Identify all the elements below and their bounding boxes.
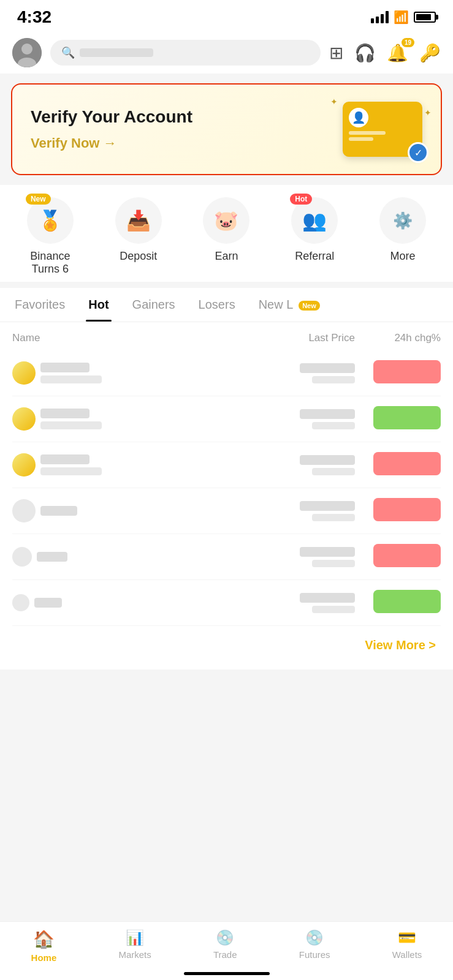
nav-futures[interactable]: 💿 Futures (299, 929, 330, 963)
nav-futures-label: Futures (299, 949, 330, 960)
svg-point-1 (21, 43, 32, 55)
verify-link[interactable]: Verify Now → (31, 135, 192, 151)
table-row[interactable] (12, 534, 441, 580)
coin-symbol-blurred (40, 467, 102, 475)
nav-trade[interactable]: 💿 Trade (213, 929, 237, 963)
tab-losers[interactable]: Losers (196, 288, 238, 322)
battery-icon (414, 12, 436, 23)
action-binance-turns-6[interactable]: New 🏅 BinanceTurns 6 (13, 197, 87, 276)
coin-change (355, 360, 441, 386)
coin-icon (12, 361, 36, 385)
change-badge-green (373, 590, 441, 613)
table-row[interactable] (12, 442, 441, 488)
tab-gainers[interactable]: Gainers (130, 288, 178, 322)
id-card: 👤 ✓ (343, 102, 422, 157)
action-icon-more: ⚙️ (379, 197, 426, 244)
avatar[interactable] (12, 38, 42, 67)
status-time: 4:32 (17, 7, 51, 27)
coin-icon (12, 407, 36, 431)
price-sub-blurred (312, 468, 355, 475)
coin-name-blurred (40, 363, 89, 372)
name-placeholder (12, 453, 184, 477)
coin-name (12, 499, 184, 522)
coin-price (184, 363, 356, 383)
nav-markets[interactable]: 📊 Markets (118, 929, 151, 963)
price-blurred (300, 547, 355, 557)
price-sub-blurred (312, 606, 355, 613)
verify-banner[interactable]: Verify Your Account Verify Now → ✦ 👤 ✓ ✦ (11, 83, 442, 175)
trade-icon: 💿 (216, 929, 234, 946)
tab-new-listings[interactable]: New L New (256, 288, 322, 322)
header-icons: ⊞ 🎧 🔔 19 🔑 (329, 43, 441, 63)
price-blurred (300, 409, 355, 419)
action-badge-hot: Hot (290, 194, 312, 205)
coin-name-blurred (34, 598, 62, 608)
settings-icon[interactable]: 🔑 (419, 43, 441, 63)
change-badge-green (373, 406, 441, 429)
action-icon-earn: 🐷 (203, 197, 249, 244)
verify-text: Verify Your Account Verify Now → (31, 107, 192, 151)
search-icon: 🔍 (61, 46, 75, 59)
price-blurred (300, 363, 355, 373)
sparkle-icon-1: ✦ (330, 97, 338, 107)
id-card-line-1 (349, 131, 386, 135)
name-placeholder (12, 407, 184, 431)
action-badge-new: New (26, 194, 51, 205)
name-placeholder (12, 594, 184, 611)
coin-symbol-blurred (40, 375, 102, 383)
home-indicator (184, 972, 270, 975)
table-header: Name Last Price 24h chg% (12, 322, 441, 350)
notification-icon[interactable]: 🔔 19 (387, 43, 408, 63)
tab-favorites[interactable]: Favorites (12, 288, 67, 322)
table-row[interactable] (12, 396, 441, 442)
id-card-line-2 (349, 137, 373, 141)
price-sub-blurred (312, 422, 355, 429)
price-sub-blurred (312, 514, 355, 521)
search-bar[interactable]: 🔍 (50, 40, 321, 66)
table-row[interactable] (12, 580, 441, 626)
nav-home[interactable]: 🏠 Home (31, 929, 57, 963)
verify-check-icon: ✓ (408, 142, 428, 163)
nav-wallets-label: Wallets (392, 949, 422, 960)
table-row[interactable] (12, 350, 441, 396)
coin-icon (12, 594, 29, 611)
coin-symbol-blurred (40, 421, 102, 429)
action-label-deposit: Deposit (120, 250, 157, 263)
action-earn[interactable]: 🐷 Earn (189, 197, 263, 263)
coin-change (355, 406, 441, 432)
action-label-more: More (390, 250, 416, 263)
coin-change (355, 452, 441, 478)
action-referral[interactable]: Hot 👥 Referral (278, 197, 351, 263)
coin-price (184, 409, 356, 429)
bottom-nav: 🏠 Home 📊 Markets 💿 Trade 💿 Futures 💳 Wal… (0, 921, 453, 980)
tab-hot[interactable]: Hot (86, 288, 111, 322)
nav-markets-label: Markets (118, 949, 151, 960)
price-blurred (300, 455, 355, 465)
notification-badge: 19 (402, 38, 414, 47)
table-row[interactable] (12, 488, 441, 534)
column-header-change: 24h chg% (355, 332, 441, 344)
coin-name-blurred (40, 506, 77, 516)
coin-change (355, 590, 441, 616)
wallets-icon: 💳 (398, 929, 416, 946)
action-more[interactable]: ⚙️ More (366, 197, 440, 263)
action-deposit[interactable]: 📥 Deposit (102, 197, 175, 263)
coin-name-blurred (40, 409, 89, 418)
coin-change (355, 544, 441, 570)
expand-icon[interactable]: ⊞ (329, 43, 343, 63)
price-blurred (300, 593, 355, 603)
markets-icon: 📊 (126, 929, 144, 946)
coin-price (184, 455, 356, 475)
price-blurred (300, 501, 355, 511)
home-icon: 🏠 (33, 929, 55, 949)
price-sub-blurred (312, 560, 355, 567)
header: 🔍 ⊞ 🎧 🔔 19 🔑 (0, 32, 453, 74)
id-card-photo: 👤 (349, 108, 368, 127)
price-sub-blurred (312, 376, 355, 383)
coin-name (12, 361, 184, 385)
view-more-button[interactable]: View More > (0, 626, 453, 669)
support-icon[interactable]: 🎧 (354, 43, 376, 63)
coin-name (12, 453, 184, 477)
nav-wallets[interactable]: 💳 Wallets (392, 929, 422, 963)
futures-icon: 💿 (305, 929, 324, 946)
